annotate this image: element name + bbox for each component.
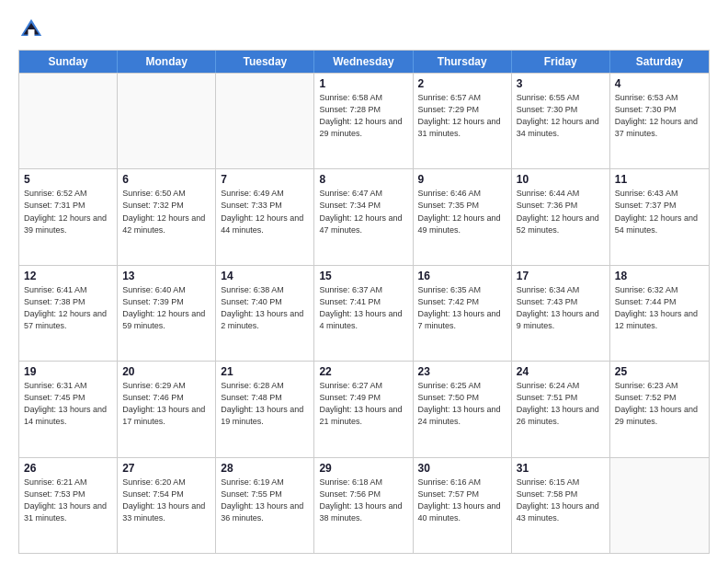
cell-info: Sunrise: 6:47 AMSunset: 7:34 PMDaylight:…	[319, 188, 407, 236]
calendar-cell: 31Sunrise: 6:15 AMSunset: 7:58 PMDayligh…	[512, 458, 610, 553]
cell-info: Sunrise: 6:18 AMSunset: 7:56 PMDaylight:…	[319, 477, 407, 524]
calendar-cell: 14Sunrise: 6:38 AMSunset: 7:40 PMDayligh…	[216, 266, 314, 361]
cell-info: Sunrise: 6:24 AMSunset: 7:51 PMDaylight:…	[517, 380, 605, 428]
cell-info: Sunrise: 6:57 AMSunset: 7:29 PMDaylight:…	[418, 92, 506, 140]
calendar-cell: 17Sunrise: 6:34 AMSunset: 7:43 PMDayligh…	[512, 266, 610, 361]
calendar-row-3: 12Sunrise: 6:41 AMSunset: 7:38 PMDayligh…	[19, 265, 709, 361]
day-number: 8	[319, 173, 407, 186]
cell-info: Sunrise: 6:15 AMSunset: 7:58 PMDaylight:…	[517, 477, 605, 524]
cell-info: Sunrise: 6:58 AMSunset: 7:28 PMDaylight:…	[319, 92, 407, 140]
day-number: 1	[319, 77, 407, 90]
day-number: 30	[418, 462, 506, 475]
calendar-cell: 16Sunrise: 6:35 AMSunset: 7:42 PMDayligh…	[414, 266, 512, 361]
day-number: 31	[517, 462, 605, 475]
calendar-cell: 5Sunrise: 6:52 AMSunset: 7:31 PMDaylight…	[19, 169, 118, 264]
calendar-cell: 30Sunrise: 6:16 AMSunset: 7:57 PMDayligh…	[414, 458, 512, 553]
cell-info: Sunrise: 6:34 AMSunset: 7:43 PMDaylight:…	[517, 284, 605, 332]
day-number: 16	[418, 270, 506, 282]
calendar-cell: 18Sunrise: 6:32 AMSunset: 7:44 PMDayligh…	[610, 266, 709, 361]
calendar-cell: 20Sunrise: 6:29 AMSunset: 7:46 PMDayligh…	[118, 362, 216, 456]
cell-info: Sunrise: 6:32 AMSunset: 7:44 PMDaylight:…	[615, 284, 704, 332]
header	[18, 17, 710, 42]
cell-info: Sunrise: 6:21 AMSunset: 7:53 PMDaylight:…	[24, 477, 112, 524]
calendar-cell: 23Sunrise: 6:25 AMSunset: 7:50 PMDayligh…	[414, 362, 512, 456]
cell-info: Sunrise: 6:55 AMSunset: 7:30 PMDaylight:…	[517, 92, 605, 140]
day-number: 9	[418, 173, 506, 186]
cell-info: Sunrise: 6:52 AMSunset: 7:31 PMDaylight:…	[24, 188, 112, 236]
day-number: 23	[418, 365, 506, 378]
day-number: 10	[517, 173, 605, 186]
day-number: 4	[615, 77, 704, 90]
calendar-cell: 2Sunrise: 6:57 AMSunset: 7:29 PMDaylight…	[414, 74, 512, 168]
calendar-cell	[19, 74, 118, 168]
calendar-cell: 11Sunrise: 6:43 AMSunset: 7:37 PMDayligh…	[610, 169, 709, 264]
cell-info: Sunrise: 6:28 AMSunset: 7:48 PMDaylight:…	[221, 380, 309, 428]
cell-info: Sunrise: 6:16 AMSunset: 7:57 PMDaylight:…	[418, 477, 506, 524]
cell-info: Sunrise: 6:19 AMSunset: 7:55 PMDaylight:…	[221, 477, 309, 524]
calendar-row-5: 26Sunrise: 6:21 AMSunset: 7:53 PMDayligh…	[19, 457, 709, 553]
cell-info: Sunrise: 6:44 AMSunset: 7:36 PMDaylight:…	[517, 188, 605, 236]
calendar-row-1: 1Sunrise: 6:58 AMSunset: 7:28 PMDaylight…	[19, 73, 709, 168]
day-number: 17	[517, 270, 605, 282]
calendar-cell: 4Sunrise: 6:53 AMSunset: 7:30 PMDaylight…	[610, 74, 709, 168]
calendar-cell: 15Sunrise: 6:37 AMSunset: 7:41 PMDayligh…	[314, 266, 413, 361]
day-number: 14	[221, 270, 309, 282]
day-header-tuesday: Tuesday	[216, 51, 314, 73]
calendar-body: 1Sunrise: 6:58 AMSunset: 7:28 PMDaylight…	[19, 73, 709, 553]
cell-info: Sunrise: 6:40 AMSunset: 7:39 PMDaylight:…	[122, 284, 210, 332]
cell-info: Sunrise: 6:43 AMSunset: 7:37 PMDaylight:…	[615, 188, 704, 236]
cell-info: Sunrise: 6:50 AMSunset: 7:32 PMDaylight:…	[122, 188, 210, 236]
cell-info: Sunrise: 6:27 AMSunset: 7:49 PMDaylight:…	[319, 380, 407, 428]
calendar-cell: 6Sunrise: 6:50 AMSunset: 7:32 PMDaylight…	[118, 169, 216, 264]
day-header-wednesday: Wednesday	[314, 51, 413, 73]
calendar-cell: 13Sunrise: 6:40 AMSunset: 7:39 PMDayligh…	[118, 266, 216, 361]
day-header-friday: Friday	[512, 51, 610, 73]
calendar-cell: 12Sunrise: 6:41 AMSunset: 7:38 PMDayligh…	[19, 266, 118, 361]
calendar-cell: 10Sunrise: 6:44 AMSunset: 7:36 PMDayligh…	[512, 169, 610, 264]
day-number: 6	[122, 173, 210, 186]
cell-info: Sunrise: 6:31 AMSunset: 7:45 PMDaylight:…	[24, 380, 112, 428]
calendar-cell: 25Sunrise: 6:23 AMSunset: 7:52 PMDayligh…	[610, 362, 709, 456]
day-number: 24	[517, 365, 605, 378]
day-number: 26	[24, 462, 112, 475]
day-number: 29	[319, 462, 407, 475]
calendar-row-4: 19Sunrise: 6:31 AMSunset: 7:45 PMDayligh…	[19, 361, 709, 456]
calendar-cell: 27Sunrise: 6:20 AMSunset: 7:54 PMDayligh…	[118, 458, 216, 553]
calendar-row-2: 5Sunrise: 6:52 AMSunset: 7:31 PMDaylight…	[19, 168, 709, 264]
calendar-cell	[610, 458, 709, 553]
day-header-saturday: Saturday	[610, 51, 709, 73]
day-number: 20	[122, 365, 210, 378]
day-number: 21	[221, 365, 309, 378]
day-number: 15	[319, 270, 407, 282]
calendar-cell: 1Sunrise: 6:58 AMSunset: 7:28 PMDaylight…	[314, 74, 413, 168]
cell-info: Sunrise: 6:29 AMSunset: 7:46 PMDaylight:…	[122, 380, 210, 428]
calendar-cell: 29Sunrise: 6:18 AMSunset: 7:56 PMDayligh…	[314, 458, 413, 553]
calendar-cell: 8Sunrise: 6:47 AMSunset: 7:34 PMDaylight…	[314, 169, 413, 264]
calendar-cell	[118, 74, 216, 168]
day-header-sunday: Sunday	[19, 51, 118, 73]
day-number: 13	[122, 270, 210, 282]
day-number: 3	[517, 77, 605, 90]
calendar-cell: 9Sunrise: 6:46 AMSunset: 7:35 PMDaylight…	[414, 169, 512, 264]
cell-info: Sunrise: 6:46 AMSunset: 7:35 PMDaylight:…	[418, 188, 506, 236]
calendar-cell: 7Sunrise: 6:49 AMSunset: 7:33 PMDaylight…	[216, 169, 314, 264]
logo-icon	[18, 17, 44, 42]
cell-info: Sunrise: 6:41 AMSunset: 7:38 PMDaylight:…	[24, 284, 112, 332]
cell-info: Sunrise: 6:25 AMSunset: 7:50 PMDaylight:…	[418, 380, 506, 428]
calendar-cell	[216, 74, 314, 168]
cell-info: Sunrise: 6:53 AMSunset: 7:30 PMDaylight:…	[615, 92, 704, 140]
day-number: 18	[615, 270, 704, 282]
calendar-header: SundayMondayTuesdayWednesdayThursdayFrid…	[19, 51, 709, 73]
day-number: 11	[615, 173, 704, 186]
cell-info: Sunrise: 6:37 AMSunset: 7:41 PMDaylight:…	[319, 284, 407, 332]
svg-rect-2	[28, 29, 35, 36]
calendar: SundayMondayTuesdayWednesdayThursdayFrid…	[18, 50, 710, 554]
day-number: 28	[221, 462, 309, 475]
cell-info: Sunrise: 6:35 AMSunset: 7:42 PMDaylight:…	[418, 284, 506, 332]
calendar-cell: 24Sunrise: 6:24 AMSunset: 7:51 PMDayligh…	[512, 362, 610, 456]
calendar-cell: 22Sunrise: 6:27 AMSunset: 7:49 PMDayligh…	[314, 362, 413, 456]
page: SundayMondayTuesdayWednesdayThursdayFrid…	[0, 0, 728, 563]
day-number: 5	[24, 173, 112, 186]
cell-info: Sunrise: 6:20 AMSunset: 7:54 PMDaylight:…	[122, 477, 210, 524]
calendar-cell: 26Sunrise: 6:21 AMSunset: 7:53 PMDayligh…	[19, 458, 118, 553]
